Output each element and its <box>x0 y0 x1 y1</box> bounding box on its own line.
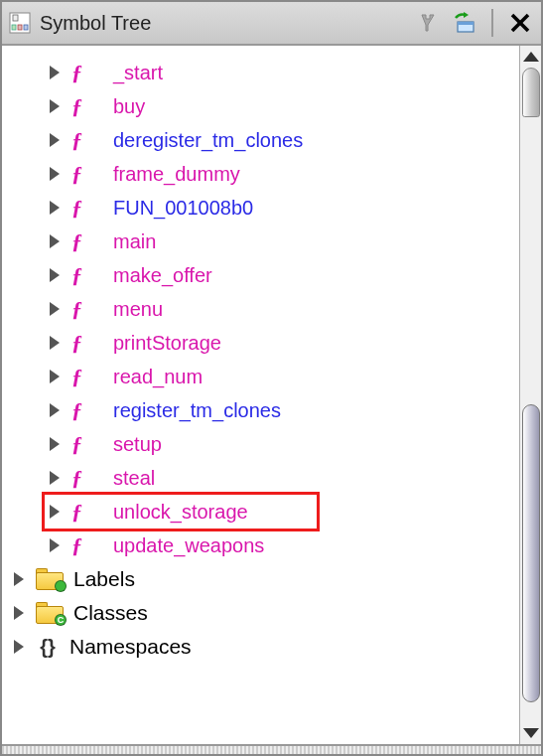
svg-rect-4 <box>24 25 28 30</box>
function-label: setup <box>113 433 162 456</box>
function-label: frame_dummy <box>113 163 240 186</box>
function-icon: ƒ <box>71 93 95 119</box>
panel-title: Symbol Tree <box>40 12 412 35</box>
tree-item-function[interactable]: ƒprintStorage <box>2 326 519 360</box>
scroll-up-icon[interactable] <box>523 52 539 62</box>
function-icon: ƒ <box>71 262 95 288</box>
panel-icon <box>8 11 32 35</box>
function-icon: ƒ <box>71 431 95 457</box>
function-label: register_tm_clones <box>113 399 281 422</box>
disclosure-triangle-icon[interactable] <box>14 572 24 586</box>
tree-item-function[interactable]: ƒbuy <box>2 89 519 123</box>
tree-item-function[interactable]: ƒmain <box>2 225 519 258</box>
function-label: read_num <box>113 366 203 388</box>
close-button[interactable] <box>505 8 535 38</box>
tree-item-function[interactable]: ƒframe_dummy <box>2 157 519 191</box>
scroll-track[interactable] <box>520 68 542 722</box>
disclosure-triangle-icon[interactable] <box>50 302 60 316</box>
titlebar-divider <box>491 9 493 37</box>
root-item-label: Labels <box>73 567 135 591</box>
tree-item-function[interactable]: ƒmenu <box>2 292 519 326</box>
titlebar-buttons <box>412 8 535 38</box>
scroll-thumb[interactable] <box>522 404 540 702</box>
function-icon: ƒ <box>71 127 95 153</box>
disclosure-triangle-icon[interactable] <box>50 99 60 113</box>
disclosure-triangle-icon[interactable] <box>50 370 60 383</box>
tree-item-function[interactable]: ƒderegister_tm_clones <box>2 123 519 157</box>
function-label: FUN_001008b0 <box>113 197 253 220</box>
function-icon: ƒ <box>71 465 95 491</box>
function-icon: ƒ <box>71 60 95 85</box>
function-icon: ƒ <box>71 296 95 322</box>
disclosure-triangle-icon[interactable] <box>50 234 60 248</box>
tree-item-function[interactable]: ƒsteal <box>2 461 519 495</box>
svg-marker-5 <box>464 12 469 18</box>
disclosure-triangle-icon[interactable] <box>14 640 24 654</box>
function-icon: ƒ <box>71 330 95 356</box>
resize-bar[interactable] <box>2 744 541 754</box>
disclosure-triangle-icon[interactable] <box>50 403 60 417</box>
tree-item-root[interactable]: CClasses <box>2 596 519 630</box>
tree-item-function[interactable]: ƒunlock_storage <box>2 495 519 529</box>
tree-item-function[interactable]: ƒregister_tm_clones <box>2 393 519 427</box>
function-label: _start <box>113 62 163 84</box>
scrollbar[interactable] <box>519 46 541 744</box>
function-label: deregister_tm_clones <box>113 129 303 152</box>
tree-item-function[interactable]: ƒupdate_weapons <box>2 529 519 562</box>
function-icon: ƒ <box>71 532 95 558</box>
function-icon: ƒ <box>71 364 95 389</box>
function-icon: ƒ <box>71 195 95 221</box>
titlebar: Symbol Tree <box>2 2 541 46</box>
function-label: update_weapons <box>113 534 264 557</box>
tree-item-root[interactable]: Labels <box>2 562 519 596</box>
tree-item-function[interactable]: ƒ_start <box>2 56 519 89</box>
disclosure-triangle-icon[interactable] <box>50 66 60 79</box>
disclosure-triangle-icon[interactable] <box>50 505 60 519</box>
disclosure-triangle-icon[interactable] <box>14 606 24 620</box>
tree-item-root[interactable]: {}Namespaces <box>2 630 519 664</box>
root-item-label: Namespaces <box>69 635 192 659</box>
function-label: main <box>113 230 156 253</box>
function-label: make_offer <box>113 264 212 287</box>
svg-rect-2 <box>12 25 16 30</box>
function-icon: ƒ <box>71 228 95 254</box>
root-item-label: Classes <box>73 601 148 625</box>
function-label: steal <box>113 467 155 490</box>
function-icon: ƒ <box>71 397 95 423</box>
disclosure-triangle-icon[interactable] <box>50 167 60 181</box>
namespace-icon: {} <box>36 636 60 658</box>
tree-item-function[interactable]: ƒmake_offer <box>2 258 519 292</box>
symbol-tree-panel: Symbol Tree <box>0 0 543 756</box>
folder-icon <box>36 568 64 590</box>
disclosure-triangle-icon[interactable] <box>50 133 60 147</box>
tree-item-function[interactable]: ƒread_num <box>2 360 519 393</box>
disclosure-triangle-icon[interactable] <box>50 471 60 485</box>
disclosure-triangle-icon[interactable] <box>50 336 60 350</box>
svg-rect-1 <box>13 15 18 21</box>
scroll-down-icon[interactable] <box>523 728 539 738</box>
disclosure-triangle-icon[interactable] <box>50 538 60 552</box>
refresh-button[interactable] <box>450 8 479 38</box>
tree-container: ƒ_startƒbuyƒderegister_tm_clonesƒframe_d… <box>2 46 541 744</box>
function-label: printStorage <box>113 332 221 355</box>
folder-icon: C <box>36 602 64 624</box>
link-button[interactable] <box>412 8 442 38</box>
function-label: buy <box>113 95 145 118</box>
function-label: unlock_storage <box>113 501 248 524</box>
tree-item-function[interactable]: ƒsetup <box>2 427 519 461</box>
tree-body[interactable]: ƒ_startƒbuyƒderegister_tm_clonesƒframe_d… <box>2 46 519 744</box>
function-icon: ƒ <box>71 161 95 187</box>
function-icon: ƒ <box>71 499 95 525</box>
svg-rect-7 <box>458 22 474 25</box>
svg-rect-3 <box>18 25 22 30</box>
disclosure-triangle-icon[interactable] <box>50 437 60 451</box>
scroll-thumb[interactable] <box>522 68 540 117</box>
function-label: menu <box>113 298 163 321</box>
tree-item-function[interactable]: ƒFUN_001008b0 <box>2 191 519 225</box>
disclosure-triangle-icon[interactable] <box>50 268 60 282</box>
disclosure-triangle-icon[interactable] <box>50 201 60 215</box>
